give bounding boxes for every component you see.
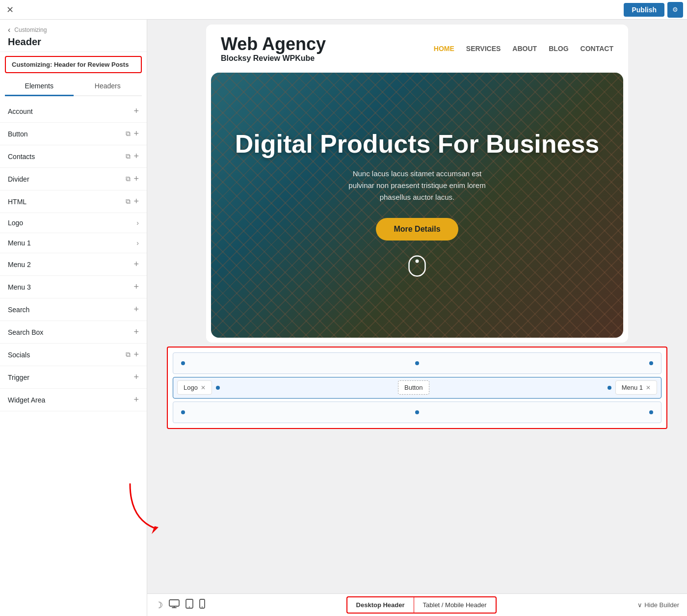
add-menu2-icon[interactable]: +	[133, 259, 139, 269]
add-socials-icon[interactable]: +	[133, 349, 139, 360]
add-divider-icon[interactable]: +	[133, 174, 139, 184]
copy-divider-icon[interactable]: ⧉	[126, 175, 131, 183]
hero-cta-button[interactable]: More Details	[376, 218, 458, 241]
sidebar-item-html[interactable]: HTML ⧉ +	[0, 190, 147, 213]
sidebar-item-logo[interactable]: Logo ›	[0, 213, 147, 233]
hb-dot-3c	[649, 410, 653, 414]
sidebar-title: Header	[8, 36, 139, 48]
nav-services[interactable]: SERVICES	[466, 45, 501, 53]
button-element-label: Button	[404, 384, 423, 391]
add-account-icon[interactable]: +	[133, 106, 139, 116]
chevron-menu1-icon[interactable]: ›	[136, 239, 139, 247]
close-button[interactable]: ✕	[0, 0, 20, 20]
svg-rect-2	[169, 600, 179, 606]
scroll-icon	[235, 255, 600, 280]
tab-mobile-header[interactable]: Tablet / Mobile Header	[414, 596, 497, 614]
nav-contact[interactable]: CONTACT	[581, 45, 613, 53]
add-searchbox-icon[interactable]: +	[133, 327, 139, 337]
add-trigger-icon[interactable]: +	[133, 372, 139, 382]
hb-dot-3b	[415, 410, 419, 414]
preview-area: Web Agency Blocksy Review WPKube HOME SE…	[147, 20, 687, 616]
copy-button-icon[interactable]: ⧉	[126, 130, 131, 138]
item-label-searchbox: Search Box	[8, 328, 43, 336]
moon-icon[interactable]: ☽	[155, 600, 163, 611]
publish-button[interactable]: Publish	[624, 3, 664, 17]
item-label-search: Search	[8, 306, 29, 314]
item-label-trigger: Trigger	[8, 374, 29, 381]
sidebar-item-menu2[interactable]: Menu 2 +	[0, 253, 147, 276]
hide-builder-button[interactable]: ∨ Hide Builder	[637, 601, 679, 609]
tab-desktop-header[interactable]: Desktop Header	[346, 596, 414, 614]
header-builder: Logo ✕ Button Menu 1 ✕	[167, 347, 667, 429]
add-html-icon[interactable]: +	[133, 196, 139, 207]
item-label-menu2: Menu 2	[8, 261, 31, 268]
item-label-widgetarea: Widget Area	[8, 396, 45, 404]
item-label-account: Account	[8, 107, 33, 115]
item-actions-searchbox: +	[133, 327, 139, 337]
item-actions-button: ⧉ +	[126, 129, 139, 139]
monitor-icon[interactable]	[169, 599, 180, 611]
tablet-icon[interactable]	[185, 599, 193, 611]
settings-button[interactable]: ⚙	[667, 2, 683, 18]
hb-logo-element[interactable]: Logo ✕	[177, 380, 212, 395]
sidebar-item-account[interactable]: Account +	[0, 100, 147, 123]
tab-elements[interactable]: Elements	[5, 77, 74, 96]
sidebar-item-widgetarea[interactable]: Widget Area +	[0, 389, 147, 411]
add-contacts-icon[interactable]: +	[133, 151, 139, 161]
item-actions-html: ⧉ +	[126, 196, 139, 207]
bottom-device-icons: ☽	[155, 599, 205, 611]
sidebar-item-button[interactable]: Button ⧉ +	[0, 123, 147, 145]
hb-dot-3a	[181, 410, 185, 414]
hb-row-3	[173, 402, 661, 423]
copy-html-icon[interactable]: ⧉	[126, 197, 131, 206]
hb-dot-2a	[216, 386, 220, 390]
item-actions-menu1: ›	[136, 239, 139, 247]
sidebar-item-trigger[interactable]: Trigger +	[0, 366, 147, 389]
nav-blog[interactable]: BLOG	[549, 45, 568, 53]
tab-headers[interactable]: Headers	[74, 77, 142, 96]
item-label-divider: Divider	[8, 175, 29, 183]
hb-dot-2b	[608, 386, 611, 390]
sidebar-item-menu3[interactable]: Menu 3 +	[0, 276, 147, 298]
sidebar: ‹ Customizing Header Customizing: Header…	[0, 20, 147, 616]
sidebar-breadcrumb: Customizing	[14, 27, 47, 33]
bottom-bar: ☽ Desktop Header Tablet / Mobile Header	[147, 593, 687, 616]
sidebar-item-searchbox[interactable]: Search Box +	[0, 321, 147, 344]
nav-home[interactable]: HOME	[434, 45, 454, 53]
sidebar-tabs: Elements Headers	[5, 77, 142, 96]
item-label-menu1: Menu 1	[8, 239, 31, 247]
hb-button-element[interactable]: Button	[398, 380, 429, 395]
copy-socials-icon[interactable]: ⧉	[126, 350, 131, 359]
menu1-element-close[interactable]: ✕	[646, 384, 651, 391]
site-nav: HOME SERVICES ABOUT BLOG CONTACT	[434, 45, 613, 53]
phone-icon[interactable]	[199, 599, 205, 611]
logo-element-close[interactable]: ✕	[201, 384, 206, 391]
hb-row-2: Logo ✕ Button Menu 1 ✕	[173, 377, 661, 399]
hb-menu1-element[interactable]: Menu 1 ✕	[615, 380, 657, 395]
sidebar-item-socials[interactable]: Socials ⧉ +	[0, 344, 147, 366]
bottom-tabs: Desktop Header Tablet / Mobile Header	[346, 596, 497, 614]
svg-point-4	[189, 607, 190, 608]
sidebar-list: Account + Button ⧉ + Contacts ⧉	[0, 96, 147, 616]
hb-dot-1a	[181, 361, 185, 365]
add-widgetarea-icon[interactable]: +	[133, 395, 139, 405]
sidebar-item-contacts[interactable]: Contacts ⧉ +	[0, 145, 147, 168]
copy-contacts-icon[interactable]: ⧉	[126, 152, 131, 161]
hero-subtitle: Nunc lacus lacus sitamet accumsan estpul…	[235, 168, 600, 203]
site-tagline: Blocksy Review WPKube	[221, 54, 326, 63]
add-menu3-icon[interactable]: +	[133, 282, 139, 292]
add-search-icon[interactable]: +	[133, 304, 139, 315]
item-actions-divider: ⧉ +	[126, 174, 139, 184]
customizing-label: Customizing: Header for Review Posts	[5, 56, 142, 73]
svg-rect-0	[409, 256, 425, 276]
add-button-icon[interactable]: +	[133, 129, 139, 139]
sidebar-item-menu1[interactable]: Menu 1 ›	[0, 233, 147, 253]
item-label-menu3: Menu 3	[8, 283, 31, 291]
item-actions-menu2: +	[133, 259, 139, 269]
sidebar-item-divider[interactable]: Divider ⧉ +	[0, 168, 147, 190]
back-button[interactable]: ‹ Customizing	[8, 26, 139, 34]
nav-about[interactable]: ABOUT	[512, 45, 537, 53]
chevron-logo-icon[interactable]: ›	[136, 219, 139, 227]
hb-row-1	[173, 352, 661, 374]
sidebar-item-search[interactable]: Search +	[0, 298, 147, 321]
